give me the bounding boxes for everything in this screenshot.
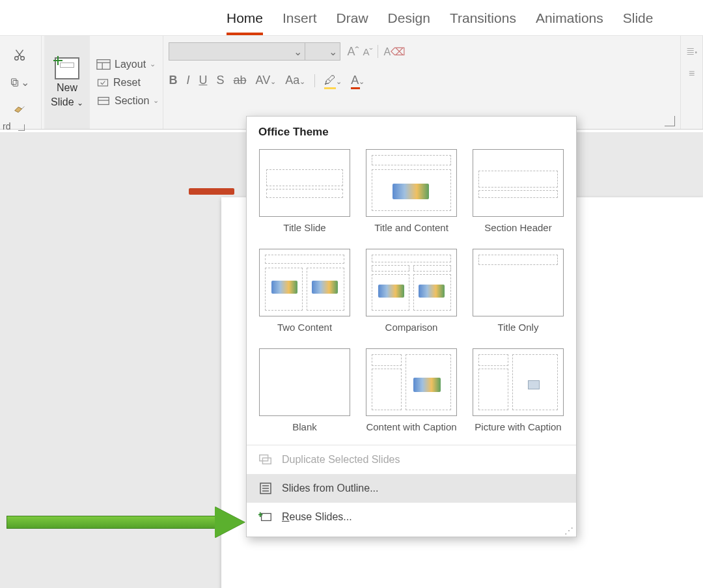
dropdown-title: Office Theme xyxy=(247,117,576,143)
outline-icon xyxy=(258,482,273,495)
underline-button[interactable]: U xyxy=(199,74,207,87)
slides-from-outline-item[interactable]: Slides from Outline... xyxy=(247,474,576,503)
format-painter-button[interactable] xyxy=(10,100,29,119)
duplicate-icon xyxy=(258,453,273,466)
clipboard-group-launcher[interactable] xyxy=(18,124,25,131)
layout-thumb xyxy=(366,249,457,316)
tab-animations[interactable]: Animations xyxy=(536,10,603,35)
ribbon-group-slides: New Slide ⌄ Layout⌄ Reset Section⌄ xyxy=(44,36,163,129)
layout-comparison[interactable]: Comparison xyxy=(365,249,458,334)
layout-thumb xyxy=(366,149,457,217)
layout-title-only[interactable]: Title Only xyxy=(472,249,564,334)
decrease-font-button[interactable]: Aˇ xyxy=(363,46,372,57)
clipboard-group-label: rd xyxy=(3,121,25,132)
font-size-select[interactable]: ⌄ xyxy=(305,42,340,61)
layout-picture-with-caption[interactable]: Picture with Caption xyxy=(472,348,564,434)
svg-rect-2 xyxy=(11,79,16,85)
layout-button[interactable]: Layout⌄ xyxy=(96,59,159,70)
dropdown-actions: Duplicate Selected Slides Slides from Ou… xyxy=(247,445,576,531)
layout-thumb xyxy=(259,249,350,316)
tab-slideshow[interactable]: Slide xyxy=(623,10,654,35)
italic-button[interactable]: I xyxy=(186,74,189,87)
font-style-row: B I U S ab AV⌄ Aa⌄ 🖊⌄ A⌄ xyxy=(169,74,365,87)
layout-title-slide[interactable]: Title Slide xyxy=(258,149,351,234)
svg-rect-4 xyxy=(97,59,110,69)
layout-thumb xyxy=(259,149,350,217)
new-slide-dropdown: Office Theme Title Slide Title and Conte… xyxy=(246,116,577,537)
bullets-button[interactable]: ≣• xyxy=(686,45,697,57)
strikethrough-button[interactable]: ab xyxy=(233,74,246,87)
char-spacing-button[interactable]: AV⌄ xyxy=(255,74,276,87)
align-button[interactable]: ≡ xyxy=(689,68,695,79)
clear-formatting-button[interactable]: A⌫ xyxy=(383,46,406,58)
layout-content-with-caption[interactable]: Content with Caption xyxy=(365,348,458,434)
svg-rect-8 xyxy=(98,97,109,104)
layout-thumb xyxy=(259,348,350,416)
layout-thumb xyxy=(473,149,564,217)
duplicate-slides-item: Duplicate Selected Slides xyxy=(247,445,576,474)
new-slide-button[interactable]: New Slide ⌄ xyxy=(44,36,90,129)
font-family-select[interactable]: ⌄ xyxy=(169,42,305,61)
highlight-button[interactable]: 🖊⌄ xyxy=(324,74,342,87)
svg-rect-7 xyxy=(98,79,108,86)
layout-thumb xyxy=(366,348,457,416)
reset-button[interactable]: Reset xyxy=(96,77,159,89)
layout-thumb xyxy=(473,249,564,316)
tab-home[interactable]: Home xyxy=(227,10,263,35)
ribbon-group-clipboard: ⌄ xyxy=(0,36,42,129)
tab-transitions[interactable]: Transitions xyxy=(450,10,516,35)
new-slide-icon xyxy=(55,57,79,79)
new-slide-label-1: New xyxy=(57,82,77,94)
svg-rect-3 xyxy=(13,81,18,87)
reuse-slides-item[interactable]: Reuse Slides... xyxy=(247,503,576,531)
ribbon-group-font: ⌄ ⌄ Aˆ Aˇ A⌫ B I U S ab AV⌄ Aa⌄ 🖊⌄ A⌄ xyxy=(163,36,681,129)
slide-thumbnail-strip[interactable] xyxy=(189,188,234,195)
font-color-button[interactable]: A⌄ xyxy=(351,74,365,87)
shadow-button[interactable]: S xyxy=(216,74,224,87)
slides-subgroup: Layout⌄ Reset Section⌄ xyxy=(92,53,163,112)
layout-blank[interactable]: Blank xyxy=(258,348,351,434)
layout-gallery: Title Slide Title and Content Section He… xyxy=(247,143,576,442)
font-pickers: ⌄ ⌄ Aˆ Aˇ A⌫ xyxy=(169,42,406,61)
reuse-slides-label: Reuse Slides... xyxy=(282,511,352,523)
new-slide-label-2: Slide ⌄ xyxy=(51,96,83,108)
tab-design[interactable]: Design xyxy=(388,10,430,35)
layout-thumb xyxy=(473,348,564,416)
ribbon-tabs: Home Insert Draw Design Transitions Anim… xyxy=(0,0,703,35)
reuse-icon xyxy=(258,511,273,524)
layout-title-and-content[interactable]: Title and Content xyxy=(365,149,458,234)
increase-font-button[interactable]: Aˆ xyxy=(347,45,359,59)
resize-grip-icon: ⋰ xyxy=(564,526,572,534)
copy-button[interactable]: ⌄ xyxy=(10,72,29,92)
cut-button[interactable] xyxy=(10,45,29,64)
font-group-launcher[interactable] xyxy=(665,116,675,126)
svg-rect-16 xyxy=(262,514,271,521)
layout-section-header[interactable]: Section Header xyxy=(472,149,564,234)
ribbon-group-paragraph: ≣• ≡ xyxy=(681,36,703,129)
tab-draw[interactable]: Draw xyxy=(337,10,368,35)
tab-insert[interactable]: Insert xyxy=(283,10,317,35)
picture-placeholder-icon xyxy=(528,380,540,389)
section-button[interactable]: Section⌄ xyxy=(96,95,159,107)
change-case-button[interactable]: Aa⌄ xyxy=(285,74,305,87)
bold-button[interactable]: B xyxy=(169,74,177,87)
layout-two-content[interactable]: Two Content xyxy=(258,249,351,334)
